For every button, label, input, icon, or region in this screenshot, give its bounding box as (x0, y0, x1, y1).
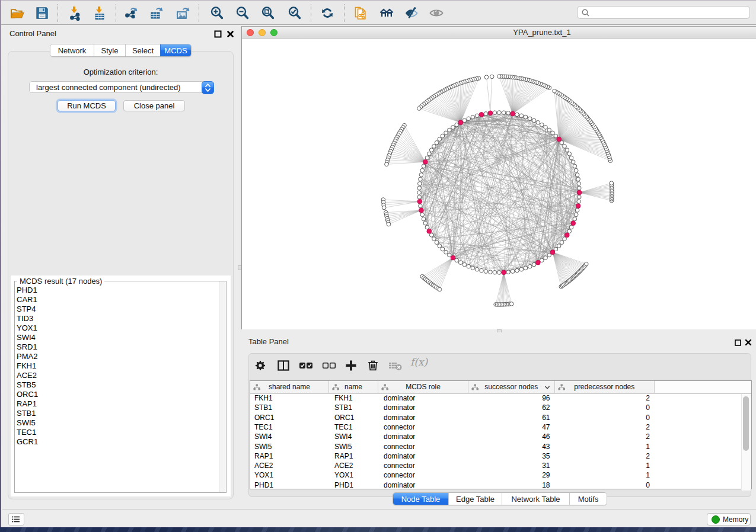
window-close-button[interactable] (247, 29, 254, 36)
show-columns-icon[interactable] (276, 358, 291, 375)
mcds-result-item[interactable]: TEC1 (17, 428, 38, 437)
mcds-result-item[interactable]: FKH1 (17, 361, 38, 371)
status-bar: Memory (2, 509, 756, 527)
cell-predecessor_nodes: 0 (555, 480, 650, 491)
table-row[interactable]: SWI4SWI4dominator462 (250, 432, 751, 442)
tab-node-table[interactable]: Node Table (393, 493, 448, 505)
column-header-MCDS-role[interactable]: MCDS role (378, 381, 468, 393)
delete-row-icon[interactable] (366, 358, 379, 375)
table-options-icon[interactable] (254, 358, 267, 375)
zoom-selected-icon[interactable] (287, 5, 302, 21)
window-zoom-button[interactable] (270, 29, 277, 36)
mcds-result-item[interactable]: SWI5 (17, 418, 38, 428)
import-table-icon[interactable] (92, 5, 107, 21)
window-minimize-button[interactable] (259, 29, 266, 36)
network-graph-canvas[interactable] (242, 38, 756, 329)
toolbar-separator (311, 4, 311, 22)
criterion-dropdown-value: largest connected component (undirected) (36, 83, 181, 92)
clone-network-icon[interactable] (353, 5, 368, 21)
export-table-icon[interactable] (149, 5, 164, 21)
mcds-result-item[interactable]: STP4 (17, 305, 38, 314)
table-row[interactable]: RAP1RAP1dominator352 (250, 451, 751, 462)
table-row[interactable]: YOX1YOX1connector291 (250, 470, 751, 480)
apply-layout-icon[interactable] (320, 5, 335, 21)
task-history-button[interactable] (8, 513, 24, 525)
first-neighbors-icon[interactable] (379, 5, 394, 21)
mcds-result-item[interactable]: STB1 (17, 409, 38, 418)
export-image-icon[interactable] (175, 5, 190, 21)
control-panel-title: Control Panel (9, 29, 56, 38)
mcds-result-item[interactable]: TID3 (17, 314, 38, 323)
mcds-list-scrollbar[interactable] (219, 281, 226, 492)
table-row[interactable]: FKH1FKH1dominator962 (250, 393, 751, 403)
tab-style[interactable]: Style (94, 44, 125, 56)
optimization-criterion-label: Optimization criterion: (2, 68, 239, 76)
cell-shared_name: ACE2 (254, 461, 273, 471)
mcds-result-item[interactable]: CAR1 (17, 295, 38, 305)
save-session-icon[interactable] (34, 5, 50, 21)
table-row[interactable]: PHD1PHD1dominator180 (250, 480, 751, 491)
mcds-result-item[interactable]: ORC1 (17, 390, 38, 399)
column-header-predecessor-nodes[interactable]: predecessor nodes (555, 381, 655, 393)
table-row[interactable]: ORC1ORC1dominator610 (250, 413, 751, 423)
mcds-result-item[interactable]: STB5 (17, 380, 38, 390)
mcds-result-item[interactable]: PHD1 (17, 286, 38, 295)
cell-shared_name: YOX1 (254, 470, 273, 480)
cell-name: SWI5 (334, 442, 352, 452)
criterion-dropdown[interactable]: largest connected component (undirected) (29, 81, 214, 93)
deselect-all-check-icon[interactable] (321, 358, 336, 375)
search-input[interactable] (577, 6, 750, 19)
tab-edge-table[interactable]: Edge Table (448, 493, 502, 505)
cell-successor_nodes: 46 (468, 432, 550, 442)
cell-successor_nodes: 62 (468, 403, 550, 413)
column-header-successor-nodes[interactable]: successor nodes (468, 381, 555, 393)
hide-selected-icon[interactable] (404, 5, 419, 21)
zoom-out-icon[interactable] (235, 5, 250, 21)
mcds-result-item[interactable]: RAP1 (17, 399, 38, 409)
cell-predecessor_nodes: 2 (555, 422, 650, 432)
float-table-panel-icon[interactable] (735, 338, 742, 345)
close-table-panel-icon[interactable] (745, 338, 752, 345)
column-header-shared-name[interactable]: shared name (250, 381, 329, 393)
network-window-titlebar[interactable]: YPA_prune.txt_1 (242, 27, 756, 39)
cell-name: ORC1 (334, 413, 354, 423)
add-row-icon[interactable] (344, 358, 358, 375)
export-network-icon[interactable] (123, 5, 139, 21)
cell-successor_nodes: 18 (468, 480, 550, 491)
table-scrollbar[interactable] (741, 394, 751, 491)
table-row[interactable]: STB1STB1dominator620 (250, 403, 751, 413)
close-panel-button[interactable]: Close panel (123, 100, 185, 111)
show-all-icon[interactable] (429, 5, 444, 21)
tab-mcds[interactable]: MCDS (160, 44, 191, 56)
table-row[interactable]: SWI5SWI5connector431 (250, 442, 751, 452)
zoom-in-icon[interactable] (209, 5, 225, 21)
close-panel-icon[interactable] (227, 30, 234, 37)
table-scrollbar-thumb[interactable] (743, 396, 749, 451)
graph-edges (383, 76, 612, 305)
import-network-icon[interactable] (67, 5, 82, 21)
mcds-result-item[interactable]: YOX1 (17, 323, 38, 333)
cell-mcds_role: connector (384, 422, 415, 432)
mcds-result-item[interactable]: SWI4 (17, 333, 38, 342)
column-header-name[interactable]: name (329, 381, 378, 393)
select-all-check-icon[interactable] (298, 358, 313, 375)
column-label: name (329, 383, 378, 391)
tab-select[interactable]: Select (125, 44, 160, 56)
memory-button[interactable]: Memory (707, 513, 751, 525)
mcds-result-item[interactable]: SRD1 (17, 342, 38, 352)
zoom-fit-icon[interactable] (260, 5, 276, 21)
open-file-icon[interactable] (9, 5, 25, 21)
mcds-result-item[interactable]: GCR1 (17, 437, 38, 447)
mcds-result-item[interactable]: PMA2 (17, 352, 38, 361)
run-mcds-button[interactable]: Run MCDS (58, 100, 116, 111)
tab-network[interactable]: Network (50, 44, 94, 56)
column-label: MCDS role (378, 383, 468, 391)
table-row[interactable]: ACE2ACE2connector311 (250, 461, 751, 471)
dropdown-stepper-icon (202, 81, 214, 94)
tab-network-table[interactable]: Network Table (502, 493, 569, 505)
tab-motifs[interactable]: Motifs (569, 493, 607, 505)
float-panel-icon[interactable] (214, 30, 222, 37)
table-row[interactable]: TEC1TEC1connector472 (250, 422, 751, 432)
mcds-result-item[interactable]: ACE2 (17, 371, 38, 380)
delete-table-icon (387, 358, 403, 375)
